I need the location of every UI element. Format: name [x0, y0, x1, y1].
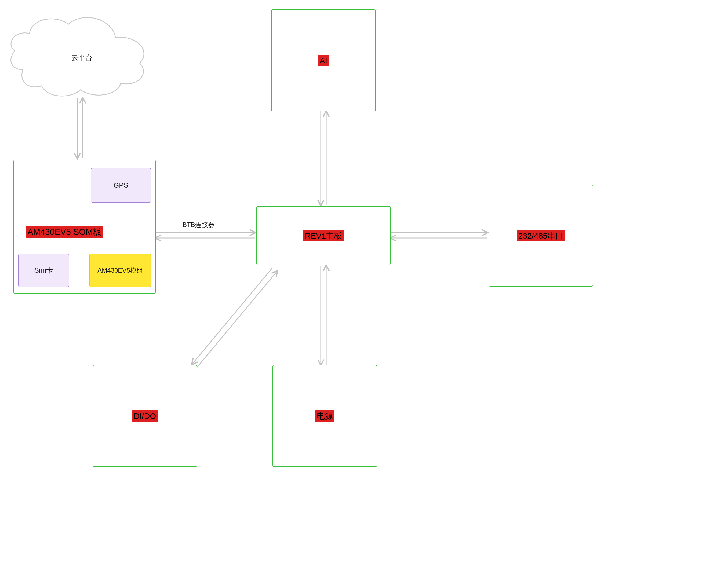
power-node: 电源 — [272, 365, 377, 467]
module-node: AM430EV5模组 — [89, 254, 151, 287]
module-label: AM430EV5模组 — [97, 266, 143, 275]
dido-label: DI/DO — [132, 410, 158, 422]
btb-edge-label: BTB连接器 — [183, 221, 214, 229]
serial-node: 232/485串口 — [489, 185, 593, 286]
sim-node: Sim卡 — [18, 254, 69, 287]
gps-label: GPS — [114, 181, 128, 190]
arrow-dido-to-rev1 — [197, 271, 277, 367]
gps-node: GPS — [91, 168, 151, 203]
cloud-label: 云平台 — [71, 53, 92, 63]
power-label: 电源 — [315, 410, 334, 422]
rev1-label: REV1主板 — [303, 230, 344, 242]
serial-label: 232/485串口 — [517, 230, 565, 242]
diagram-canvas: 云平台 AM430EV5 SOM板 GPS Sim卡 AM430EV5模组 AI… — [0, 0, 728, 564]
ai-label: AI — [318, 55, 329, 66]
cloud-label-container: 云平台 — [23, 24, 141, 91]
arrow-rev1-to-dido — [192, 268, 272, 364]
ai-node: AI — [271, 9, 376, 111]
rev1-node: REV1主板 — [256, 206, 391, 265]
sim-label: Sim卡 — [34, 266, 53, 275]
som-title: AM430EV5 SOM板 — [26, 226, 103, 238]
dido-node: DI/DO — [93, 365, 197, 467]
som-title-wrap: AM430EV5 SOM板 — [23, 226, 106, 239]
